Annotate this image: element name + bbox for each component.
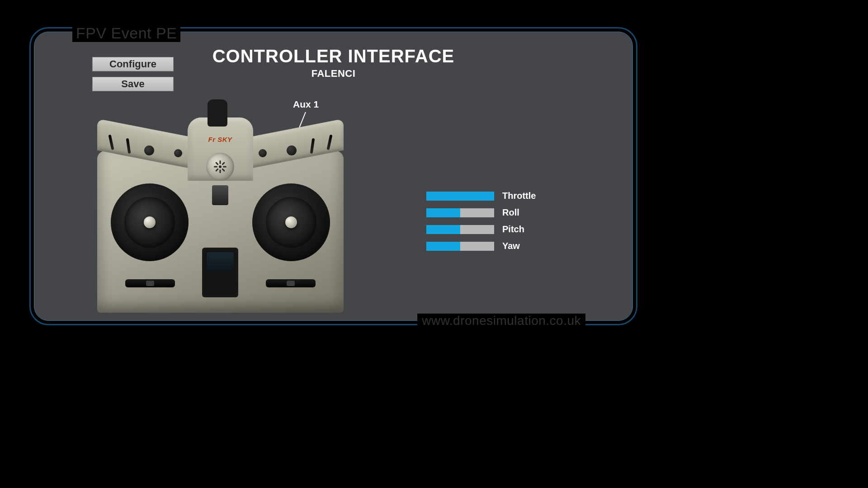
controller-speaker-icon: [206, 153, 234, 181]
roll-bar: [426, 208, 494, 217]
svg-rect-5: [222, 162, 225, 165]
throttle-label: Throttle: [502, 191, 536, 201]
svg-rect-2: [220, 169, 221, 173]
yaw-label: Yaw: [502, 241, 520, 251]
page-title: CONTROLLER INTERFACE: [34, 46, 633, 66]
page-subtitle: FALENCI: [34, 68, 633, 80]
trim-right-icon: [266, 279, 316, 287]
pitch-bar-fill: [426, 225, 460, 234]
channel-bars: Throttle Roll Pitch Yaw: [426, 191, 576, 258]
roll-bar-fill: [426, 208, 460, 217]
right-gimbal: [252, 183, 330, 261]
channel-row-throttle: Throttle: [426, 191, 576, 201]
knob-left-inner-icon: [174, 149, 182, 157]
yaw-bar: [426, 242, 494, 251]
svg-point-0: [219, 165, 222, 168]
left-stick-icon: [144, 216, 156, 228]
yaw-bar-fill: [426, 242, 460, 251]
trim-left-icon: [125, 279, 175, 287]
channel-row-yaw: Yaw: [426, 241, 576, 251]
throttle-bar: [426, 192, 494, 201]
left-gimbal: [111, 183, 189, 261]
settings-panel: FPV Event PE www.dronesimulation.co.uk C…: [29, 27, 637, 325]
svg-rect-7: [215, 162, 219, 165]
pitch-bar: [426, 225, 494, 234]
throttle-bar-fill: [426, 192, 494, 201]
controller-handle: [212, 185, 228, 205]
svg-rect-1: [220, 160, 221, 164]
svg-rect-4: [223, 166, 226, 168]
knob-right-inner-icon: [259, 149, 267, 157]
svg-rect-6: [215, 168, 219, 172]
channel-row-roll: Roll: [426, 207, 576, 218]
knob-s1-icon: [144, 145, 154, 155]
controller-antenna-icon: [208, 99, 227, 127]
knob-s2-icon: [287, 145, 297, 155]
pitch-label: Pitch: [502, 224, 524, 235]
roll-label: Roll: [502, 207, 519, 218]
controller-lcd: [202, 248, 238, 297]
right-stick-icon: [285, 216, 297, 228]
controller-illustration: Fr SKY: [97, 99, 344, 316]
controller-brand-label: Fr SKY: [198, 136, 243, 143]
svg-rect-3: [214, 166, 217, 168]
svg-rect-8: [222, 168, 225, 172]
panel-content: Configure Save CONTROLLER INTERFACE FALE…: [34, 32, 633, 321]
channel-row-pitch: Pitch: [426, 224, 576, 235]
